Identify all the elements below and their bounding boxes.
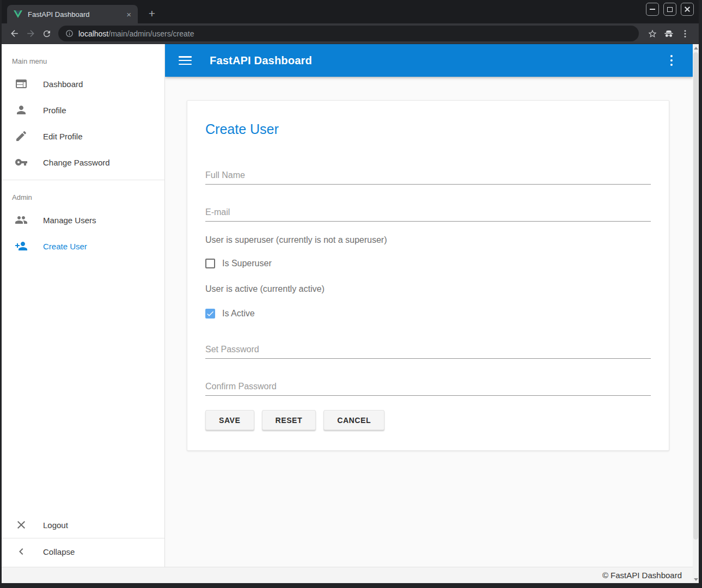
sidebar-item-label: Change Password xyxy=(43,158,110,167)
reload-icon xyxy=(42,29,52,39)
sidebar-item-change-password[interactable]: Change Password xyxy=(2,149,164,175)
is-superuser-checkbox-row[interactable]: Is Superuser xyxy=(205,258,651,270)
sidebar-item-label: Collapse xyxy=(43,547,75,556)
sidebar-bottom: Logout Collapse xyxy=(2,512,164,567)
sidebar: Main menu Dashboard Profile Edit Profile xyxy=(2,44,165,567)
form-title: Create User xyxy=(205,120,651,138)
create-user-card: Create User User is superuser (currently… xyxy=(187,100,669,451)
sidebar-item-logout[interactable]: Logout xyxy=(2,512,164,538)
app-title: FastAPI Dashboard xyxy=(210,54,668,67)
bookmark-button[interactable] xyxy=(644,26,661,42)
url-path: /main/admin/users/create xyxy=(108,29,194,38)
main-area: FastAPI Dashboard Create User User is su… xyxy=(165,44,693,567)
is-superuser-label: Is Superuser xyxy=(222,259,272,268)
sidebar-item-label: Logout xyxy=(43,520,68,530)
incognito-indicator xyxy=(661,26,677,42)
page-footer: © FastAPI Dashboard xyxy=(2,567,693,583)
scrollbar-down-arrow[interactable] xyxy=(693,575,699,583)
tab-close-icon[interactable]: × xyxy=(125,10,132,19)
checkmark-icon xyxy=(206,309,215,318)
sidebar-item-edit-profile[interactable]: Edit Profile xyxy=(2,123,164,149)
is-active-checkbox[interactable] xyxy=(205,309,215,318)
window-maximize-button[interactable] xyxy=(663,3,676,16)
sidebar-item-label: Dashboard xyxy=(43,79,83,89)
people-icon xyxy=(15,213,28,226)
url-text: localhost/main/admin/users/create xyxy=(78,29,194,38)
sidebar-item-manage-users[interactable]: Manage Users xyxy=(2,207,164,233)
maximize-icon xyxy=(667,7,673,12)
browser-menu-button[interactable] xyxy=(677,26,693,42)
bookmark-star-icon xyxy=(648,29,657,39)
superuser-hint: User is superuser (currently is not a su… xyxy=(205,235,651,246)
browser-tab-strip: FastAPI Dashboard × + xyxy=(2,0,699,23)
browser-window: FastAPI Dashboard × + localhost/main/adm… xyxy=(2,0,699,583)
page: Main menu Dashboard Profile Edit Profile xyxy=(2,44,693,583)
scrollbar-thumb[interactable] xyxy=(693,52,698,540)
incognito-icon xyxy=(663,28,675,40)
vue-logo-favicon-icon xyxy=(14,10,22,18)
save-button[interactable]: SAVE xyxy=(205,410,254,430)
forward-arrow-icon xyxy=(26,28,36,39)
reload-button[interactable] xyxy=(39,26,55,42)
forward-button[interactable] xyxy=(22,26,39,42)
sidebar-item-create-user[interactable]: Create User xyxy=(2,233,164,259)
sidebar-item-label: Edit Profile xyxy=(43,132,83,141)
is-superuser-checkbox[interactable] xyxy=(205,259,215,268)
confirm-password-input[interactable] xyxy=(205,377,651,396)
is-active-label: Is Active xyxy=(222,309,255,318)
person-icon xyxy=(15,103,28,117)
sidebar-item-label: Profile xyxy=(43,106,66,115)
back-button[interactable] xyxy=(6,26,22,42)
form-buttons: SAVE RESET CANCEL xyxy=(205,410,651,430)
scrollbar-up-arrow[interactable] xyxy=(693,44,699,52)
sidebar-item-dashboard[interactable]: Dashboard xyxy=(2,71,164,97)
close-icon xyxy=(684,6,691,13)
page-viewport: Main menu Dashboard Profile Edit Profile xyxy=(2,44,699,583)
person-add-icon xyxy=(15,240,28,253)
sidebar-item-label: Manage Users xyxy=(43,216,96,225)
new-tab-button[interactable]: + xyxy=(144,6,160,21)
sidebar-item-collapse[interactable]: Collapse xyxy=(2,538,164,565)
chevron-left-icon xyxy=(15,545,28,558)
app-header: FastAPI Dashboard xyxy=(165,44,693,77)
browser-toolbar: localhost/main/admin/users/create xyxy=(2,23,699,44)
kebab-menu-icon xyxy=(680,29,690,39)
back-arrow-icon xyxy=(9,28,20,39)
key-icon xyxy=(15,156,28,169)
address-bar[interactable]: localhost/main/admin/users/create xyxy=(58,26,639,41)
close-x-icon xyxy=(15,518,28,531)
reset-button[interactable]: RESET xyxy=(262,410,316,430)
minimize-icon xyxy=(650,9,655,10)
sidebar-item-profile[interactable]: Profile xyxy=(2,97,164,123)
sidebar-item-label: Create User xyxy=(43,242,87,251)
content-area: Create User User is superuser (currently… xyxy=(165,77,693,567)
page-scrollbar[interactable] xyxy=(693,44,699,583)
window-controls xyxy=(646,3,694,16)
hamburger-menu-button[interactable] xyxy=(179,56,192,65)
browser-tab[interactable]: FastAPI Dashboard × xyxy=(7,5,138,23)
window-close-button[interactable] xyxy=(681,3,694,16)
dashboard-web-icon xyxy=(15,77,28,90)
copyright-text: © FastAPI Dashboard xyxy=(602,571,682,580)
active-hint: User is active (currently active) xyxy=(205,284,651,295)
email-input[interactable] xyxy=(205,203,651,222)
is-active-checkbox-row[interactable]: Is Active xyxy=(205,308,651,320)
page-info-icon[interactable] xyxy=(65,29,74,38)
set-password-input[interactable] xyxy=(205,340,651,359)
window-minimize-button[interactable] xyxy=(646,3,659,16)
full-name-input[interactable] xyxy=(205,166,651,185)
sidebar-section-admin: Admin xyxy=(2,180,164,207)
header-overflow-menu-button[interactable] xyxy=(668,53,675,69)
tab-title: FastAPI Dashboard xyxy=(28,10,125,19)
pencil-icon xyxy=(15,130,28,143)
cancel-button[interactable]: CANCEL xyxy=(323,410,384,430)
url-host: localhost xyxy=(78,29,108,38)
sidebar-section-main-menu: Main menu xyxy=(2,44,164,71)
